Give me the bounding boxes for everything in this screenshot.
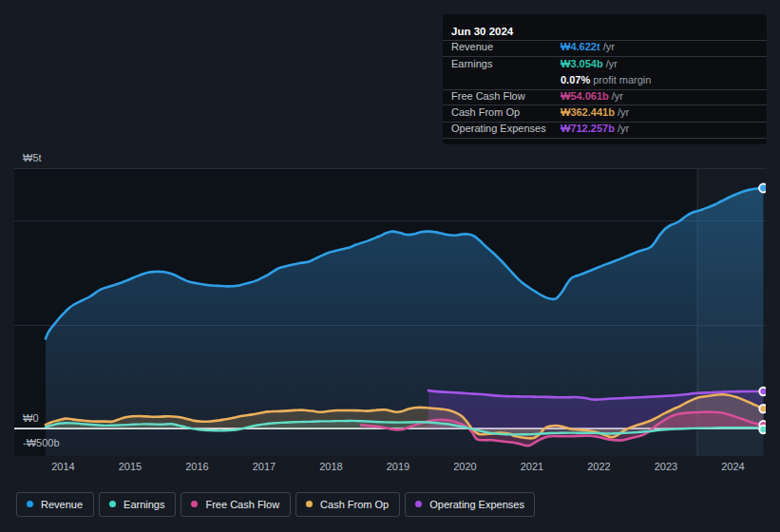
svg-text:2014: 2014	[51, 461, 74, 472]
svg-text:2017: 2017	[253, 461, 276, 472]
svg-text:2023: 2023	[655, 461, 677, 472]
svg-text:2016: 2016	[185, 461, 208, 472]
svg-text:2018: 2018	[319, 461, 342, 472]
svg-text:2020: 2020	[453, 461, 476, 472]
svg-text:2022: 2022	[587, 461, 610, 472]
svg-text:2019: 2019	[387, 461, 409, 472]
svg-text:2021: 2021	[521, 461, 543, 472]
svg-text:₩0: ₩0	[23, 412, 39, 424]
svg-text:-₩500b: -₩500b	[23, 437, 60, 448]
svg-text:₩5t: ₩5t	[23, 152, 42, 163]
svg-text:2024: 2024	[721, 461, 744, 472]
svg-text:2015: 2015	[119, 461, 142, 472]
